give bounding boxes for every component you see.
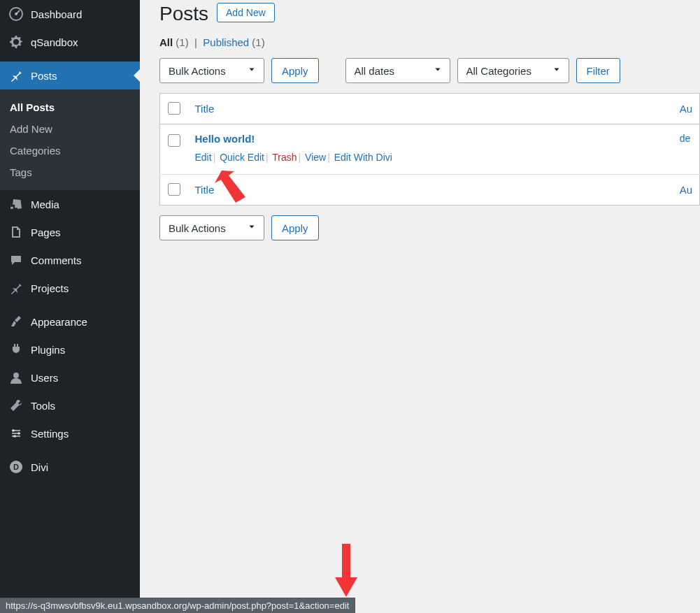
submenu-categories[interactable]: Categories: [0, 140, 140, 161]
sidebar-item-plugins[interactable]: Plugins: [0, 336, 140, 363]
svg-text:D: D: [13, 463, 19, 471]
column-footer-title[interactable]: Title: [188, 175, 673, 205]
sidebar-item-label: qSandbox: [31, 36, 78, 48]
sidebar-item-label: Appearance: [31, 316, 87, 328]
row-action-view[interactable]: View: [305, 152, 326, 163]
category-filter-select[interactable]: All Categories: [457, 58, 569, 83]
menu-separator: [0, 302, 140, 308]
sidebar-item-settings[interactable]: Settings: [0, 419, 140, 447]
select-all-footer: [160, 175, 188, 205]
sidebar-item-comments[interactable]: Comments: [0, 246, 140, 274]
row-action-edit-divi[interactable]: Edit With Divi: [334, 152, 392, 163]
sidebar-submenu-posts: All Posts Add New Categories Tags: [0, 89, 140, 190]
menu-separator: [0, 447, 140, 453]
row-action-edit[interactable]: Edit: [195, 152, 212, 163]
row-author-cell: de: [673, 124, 700, 175]
sidebar-item-label: Divi: [31, 461, 48, 473]
page-title: Posts: [159, 0, 208, 25]
sidebar-item-qsandbox[interactable]: qSandbox: [0, 28, 140, 56]
column-header-title-label: Title: [195, 103, 215, 115]
svg-point-4: [17, 432, 20, 435]
sidebar-item-label: Users: [31, 372, 58, 384]
select-value: Bulk Actions: [169, 65, 226, 77]
statusbar-url: https://s-q3mwsvbfbsv9k.eu1.wpsandbox.or…: [6, 600, 349, 611]
select-value: All Categories: [466, 65, 531, 77]
menu-separator: [0, 56, 140, 62]
row-title-cell: Hello world! Edit| Quick Edit| Trash| Vi…: [188, 124, 673, 175]
column-header-title[interactable]: Title: [188, 94, 673, 124]
main-content: Posts Add New All (1) | Published (1) Bu…: [140, 0, 700, 613]
select-value: Bulk Actions: [169, 222, 226, 234]
users-icon: [8, 370, 24, 384]
filter-published[interactable]: Published: [203, 36, 249, 48]
filter-all[interactable]: All: [159, 36, 173, 48]
row-checkbox[interactable]: [168, 134, 180, 147]
table-row: Hello world! Edit| Quick Edit| Trash| Vi…: [160, 124, 700, 175]
sidebar-item-label: Posts: [31, 70, 57, 82]
tablenav-top: Bulk Actions Apply All dates All Categor…: [159, 58, 700, 83]
column-header-author[interactable]: Au: [673, 94, 700, 124]
appearance-icon: [8, 315, 24, 329]
divi-icon: D: [8, 460, 24, 474]
submenu-all-posts[interactable]: All Posts: [0, 96, 140, 118]
sidebar-item-label: Comments: [31, 254, 82, 266]
sidebar-item-divi[interactable]: D Divi: [0, 453, 140, 481]
separator: |: [297, 152, 303, 163]
sidebar-item-label: Media: [31, 199, 59, 210]
sidebar-item-pages[interactable]: Pages: [0, 218, 140, 246]
tools-icon: [8, 398, 24, 412]
sidebar-item-label: Tools: [31, 400, 55, 412]
sidebar-item-dashboard[interactable]: Dashboard: [0, 0, 140, 28]
sidebar-item-label: Settings: [31, 428, 69, 440]
admin-sidebar: Dashboard qSandbox Posts All Posts Add N…: [0, 0, 140, 613]
apply-button-bottom[interactable]: Apply: [271, 215, 319, 240]
filter-all-count: (1): [176, 36, 188, 48]
column-header-author-label: Au: [680, 103, 692, 115]
posts-table: Title Au Hello world! Edit| Quick Edit| …: [159, 93, 700, 205]
gear-icon: [8, 35, 24, 49]
post-title-link[interactable]: Hello world!: [195, 133, 255, 145]
filter-published-count: (1): [252, 36, 264, 48]
svg-point-3: [12, 429, 15, 432]
submenu-add-new[interactable]: Add New: [0, 118, 140, 140]
pin-icon: [8, 68, 24, 82]
sidebar-item-appearance[interactable]: Appearance: [0, 308, 140, 336]
column-footer-author[interactable]: Au: [673, 175, 700, 205]
filter-button[interactable]: Filter: [576, 58, 620, 83]
sidebar-item-posts[interactable]: Posts: [0, 62, 140, 89]
apply-button[interactable]: Apply: [271, 58, 319, 83]
tablenav-bottom: Bulk Actions Apply: [159, 215, 700, 240]
row-action-quick-edit[interactable]: Quick Edit: [220, 152, 264, 163]
sidebar-item-users[interactable]: Users: [0, 363, 140, 391]
select-all-checkbox-footer[interactable]: [168, 183, 180, 196]
chevron-down-icon: [433, 65, 443, 77]
post-author-link[interactable]: de: [680, 133, 691, 144]
svg-point-1: [15, 13, 17, 15]
sidebar-item-projects[interactable]: Projects: [0, 274, 140, 302]
row-actions: Edit| Quick Edit| Trash| View| Edit With…: [195, 152, 666, 163]
sidebar-item-label: Pages: [31, 226, 61, 238]
select-value: All dates: [355, 65, 395, 77]
pages-icon: [8, 225, 24, 239]
submenu-tags[interactable]: Tags: [0, 161, 140, 183]
separator: |: [264, 152, 270, 163]
date-filter-select[interactable]: All dates: [345, 58, 450, 83]
separator: |: [326, 152, 331, 163]
chevron-down-icon: [552, 65, 562, 77]
post-status-filters: All (1) | Published (1): [159, 36, 700, 48]
pin-icon: [8, 281, 24, 295]
bulk-actions-select[interactable]: Bulk Actions: [159, 58, 264, 83]
add-new-button[interactable]: Add New: [217, 3, 275, 22]
column-footer-title-label: Title: [195, 184, 215, 196]
row-check-cell: [160, 124, 188, 175]
bulk-actions-select-bottom[interactable]: Bulk Actions: [159, 215, 264, 240]
sidebar-item-tools[interactable]: Tools: [0, 391, 140, 419]
svg-point-5: [13, 435, 16, 438]
sidebar-item-media[interactable]: Media: [0, 190, 140, 218]
dashboard-icon: [8, 7, 24, 21]
separator: |: [212, 152, 217, 163]
sidebar-item-label: Dashboard: [31, 8, 82, 20]
svg-point-2: [13, 373, 19, 378]
select-all-checkbox[interactable]: [168, 102, 180, 115]
row-action-trash[interactable]: Trash: [272, 152, 297, 163]
